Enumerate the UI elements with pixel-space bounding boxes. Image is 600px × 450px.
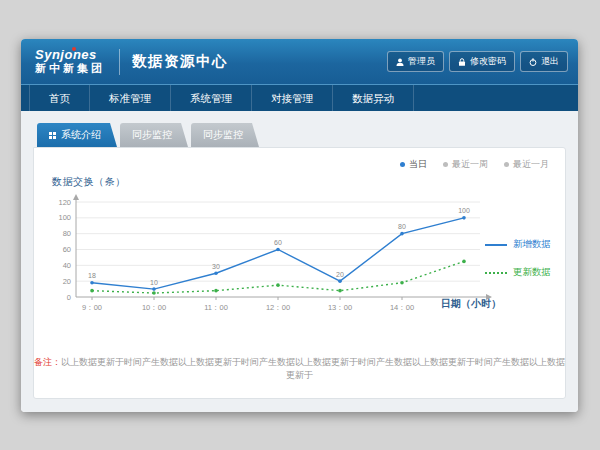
svg-text:14：00: 14：00 <box>390 303 414 312</box>
page-title: 数据资源中心 <box>132 52 228 71</box>
legend-dot-icon <box>504 162 509 167</box>
filter-last-month[interactable]: 最近一月 <box>504 158 549 171</box>
svg-text:20: 20 <box>63 277 71 286</box>
nav-item-connect[interactable]: 对接管理 <box>252 85 333 111</box>
time-filter-legend: 当日 最近一周 最近一月 <box>400 158 549 171</box>
nav-item-datachange[interactable]: 数据异动 <box>333 85 414 111</box>
svg-text:120: 120 <box>58 198 71 207</box>
svg-text:18: 18 <box>88 272 96 279</box>
line-chart: 0204060801001209：0010：0011：0012：0013：001… <box>46 192 496 317</box>
svg-text:20: 20 <box>336 271 344 278</box>
change-password-label: 修改密码 <box>470 55 506 68</box>
legend-updated-data-label: 更新数据 <box>513 266 551 279</box>
svg-text:80: 80 <box>398 223 406 230</box>
series-legend: 新增数据 更新数据 <box>485 238 551 279</box>
app-window: Synjones 新中新集团 数据资源中心 管理员 修改密码 <box>21 39 578 412</box>
filter-today-label: 当日 <box>409 158 427 171</box>
tab-system-intro[interactable]: 系统介绍 <box>37 123 117 147</box>
change-password-button[interactable]: 修改密码 <box>449 51 515 72</box>
lock-icon <box>458 58 466 66</box>
tab-label: 同步监控 <box>132 128 172 142</box>
svg-text:100: 100 <box>458 207 470 214</box>
tab-label: 系统介绍 <box>61 128 101 142</box>
svg-text:80: 80 <box>63 229 71 238</box>
logout-button[interactable]: 退出 <box>520 51 568 72</box>
tab-bar: 系统介绍 同步监控 同步监控 <box>37 123 566 147</box>
svg-text:0: 0 <box>67 293 71 302</box>
company-logo: Synjones 新中新集团 <box>35 48 105 74</box>
svg-text:60: 60 <box>63 245 71 254</box>
admin-user-button[interactable]: 管理员 <box>387 51 444 72</box>
admin-user-label: 管理员 <box>408 55 435 68</box>
svg-text:11：00: 11：00 <box>204 303 228 312</box>
header-actions: 管理员 修改密码 退出 <box>387 51 568 72</box>
svg-text:30: 30 <box>212 263 220 270</box>
chart-card: 当日 最近一周 最近一月 数据交换（条） 0204060801001209：00… <box>33 147 566 399</box>
grid-icon <box>49 130 56 141</box>
filter-last-week-label: 最近一周 <box>452 158 488 171</box>
filter-today[interactable]: 当日 <box>400 158 427 171</box>
svg-text:60: 60 <box>274 239 282 246</box>
legend-dot-icon <box>443 162 448 167</box>
tab-sync-monitor-1[interactable]: 同步监控 <box>120 123 188 147</box>
svg-text:13：00: 13：00 <box>328 303 352 312</box>
tab-sync-monitor-2[interactable]: 同步监控 <box>191 123 259 147</box>
logo-text-cn: 新中新集团 <box>35 63 105 75</box>
power-icon <box>529 58 537 66</box>
svg-text:9：00: 9：00 <box>82 303 102 312</box>
logout-label: 退出 <box>541 55 559 68</box>
footnote-prefix: 备注： <box>34 357 61 367</box>
tab-label: 同步监控 <box>203 128 243 142</box>
header-divider <box>119 49 120 75</box>
svg-text:10：00: 10：00 <box>142 303 166 312</box>
svg-text:10: 10 <box>150 279 158 286</box>
legend-new-data[interactable]: 新增数据 <box>485 238 551 251</box>
legend-updated-data[interactable]: 更新数据 <box>485 266 551 279</box>
footnote-text: 以上数据更新于时间产生数据以上数据更新于时间产生数据以上数据更新于时间产生数据以… <box>61 357 565 380</box>
nav-item-standards[interactable]: 标准管理 <box>90 85 171 111</box>
dotted-line-icon <box>485 272 507 274</box>
filter-last-month-label: 最近一月 <box>513 158 549 171</box>
legend-new-data-label: 新增数据 <box>513 238 551 251</box>
y-axis-title: 数据交换（条） <box>52 175 126 189</box>
legend-dot-icon <box>400 162 405 167</box>
user-icon <box>396 58 404 66</box>
nav-item-home[interactable]: 首页 <box>29 85 90 111</box>
main-nav: 首页 标准管理 系统管理 对接管理 数据异动 <box>21 84 578 111</box>
solid-line-icon <box>485 244 507 246</box>
x-axis-title: 日期（小时） <box>441 297 501 311</box>
nav-item-system[interactable]: 系统管理 <box>171 85 252 111</box>
content-area: 系统介绍 同步监控 同步监控 当日 最近一周 <box>21 111 578 412</box>
logo-text-en: Synjones <box>35 48 105 62</box>
svg-text:12：00: 12：00 <box>266 303 290 312</box>
footnote: 备注：以上数据更新于时间产生数据以上数据更新于时间产生数据以上数据更新于时间产生… <box>34 356 565 382</box>
app-header: Synjones 新中新集团 数据资源中心 管理员 修改密码 <box>21 39 578 84</box>
filter-last-week[interactable]: 最近一周 <box>443 158 488 171</box>
svg-text:100: 100 <box>58 213 71 222</box>
svg-text:40: 40 <box>63 261 71 270</box>
